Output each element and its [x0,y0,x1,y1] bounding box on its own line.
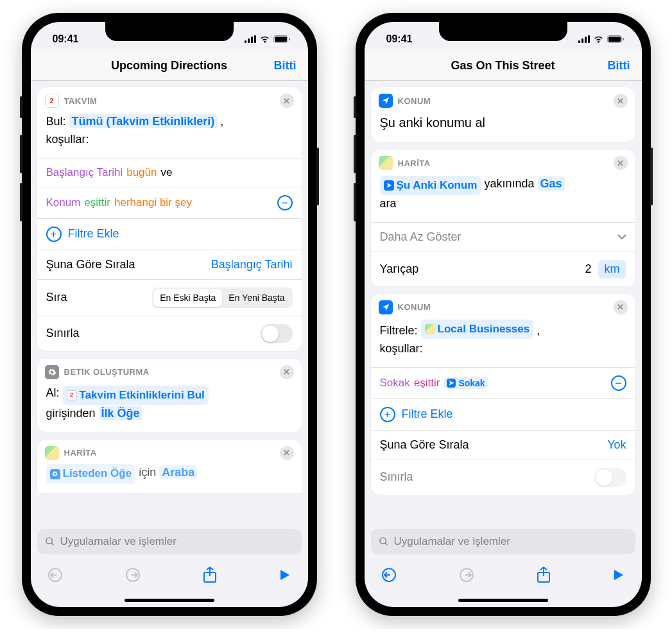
svg-rect-17 [608,37,621,42]
power-button[interactable] [650,148,653,205]
sort-by-value[interactable]: Yok [607,438,626,452]
find-token[interactable]: Tümü (Takvim Etkinlikleri) [69,114,218,128]
remove-filter-button[interactable]: − [277,195,293,210]
share-button[interactable] [203,567,217,583]
show-less-row[interactable]: Daha Az Göster [371,222,635,252]
volume-down-button[interactable] [20,183,22,221]
toolbar [365,560,642,593]
run-button[interactable] [613,569,625,581]
svg-rect-6 [289,38,290,40]
editor-scroll[interactable]: 2 TAKVİM ✕ Bul: Tümü (Takvim Etkinlikler… [31,81,308,526]
redo-button[interactable] [459,567,474,583]
undo-button[interactable] [381,567,397,583]
svg-rect-0 [245,40,246,43]
svg-point-19 [380,538,386,544]
home-indicator[interactable] [365,593,642,607]
volume-up-button[interactable] [20,135,22,173]
action-card-filter-location: KONUM ✕ Filtrele: Local Businesses , koş… [371,294,635,495]
radius-value[interactable]: 2 [585,262,591,276]
transport-token[interactable]: Araba [159,465,197,479]
variable-token-calendar-events[interactable]: 2Takvim Etkinliklerini Bul [63,386,209,405]
done-button[interactable]: Bitti [608,59,630,73]
sort-by-value[interactable]: Başlangıç Tarihi [211,258,293,271]
action-card-maps-search: HARİTA ✕ ➤Şu Anki Konum yakınında Gas ar… [371,150,635,286]
limit-row[interactable]: Sınırla [37,316,302,351]
variable-token-current-location[interactable]: ➤Şu Anki Konum [380,176,481,195]
home-indicator[interactable] [31,593,308,607]
fade-overlay [31,501,308,526]
location-icon [379,300,393,314]
done-button[interactable]: Bitti [274,59,297,73]
close-icon[interactable]: ✕ [280,446,294,460]
toolbar [31,560,308,593]
action-card-maps-peek: HARİTA ✕ ⚙Listeden Öğe için Araba [37,440,302,493]
status-time: 09:41 [49,28,79,45]
action-search-input[interactable]: Uygulamalar ve işlemler [37,529,302,554]
first-item-token[interactable]: İlk Öğe [99,406,142,420]
search-term-token[interactable]: Gas [538,176,565,191]
action-card-scripting: BETİK OLUŞTURMA ✕ Al: 2Takvim Etkinlikle… [37,359,302,432]
action-search-input[interactable]: Uygulamalar ve işlemler [371,529,635,554]
card-sentence: ➤Şu Anki Konum yakınında Gas ara [371,170,635,222]
close-icon[interactable]: ✕ [614,300,628,314]
undo-button[interactable] [47,567,63,583]
close-icon[interactable]: ✕ [614,156,628,170]
svg-rect-2 [251,37,253,43]
card-header-label: TAKVİM [64,96,98,106]
status-time: 09:41 [383,28,413,45]
svg-point-7 [46,538,52,544]
maps-icon [45,446,59,460]
radius-row[interactable]: Yarıçap 2 km [371,252,635,286]
close-icon[interactable]: ✕ [614,94,628,108]
wifi-icon [593,35,604,43]
add-filter-button[interactable]: + Filtre Ekle [37,218,302,250]
card-sentence: ⚙Listeden Öğe için Araba [37,460,302,493]
filter-row-1[interactable]: Başlangıç Tarihi bugün ve [37,158,302,187]
nav-bar: Upcoming Directions Bitti [31,51,308,81]
card-sentence: Filtrele: Local Businesses , koşullar: [371,314,635,367]
power-button[interactable] [316,148,319,205]
redo-button[interactable] [125,567,141,583]
svg-rect-14 [585,37,587,43]
cellular-icon [245,35,256,43]
variable-token-list-item[interactable]: ⚙Listeden Öğe [46,464,136,483]
seg-oldest[interactable]: En Eski Başta [153,289,222,307]
svg-rect-12 [578,40,580,43]
order-segmented[interactable]: En Eski Başta En Yeni Başta [152,287,292,308]
limit-row-peek[interactable]: Sınırla [371,459,635,495]
screen-left: 09:41 Upcoming Directions Bitti 2 TAKVİM… [31,22,308,607]
variable-token-street[interactable]: ➤Sokak [444,377,488,389]
wifi-icon [259,35,270,43]
card-header-label: HARİTA [398,158,431,168]
mute-switch[interactable] [20,96,22,118]
location-icon [379,94,393,108]
svg-rect-18 [623,38,624,40]
sort-by-row[interactable]: Şuna Göre Sırala Başlangıç Tarihi [37,250,302,279]
radius-unit[interactable]: km [598,260,626,278]
seg-newest[interactable]: En Yeni Başta [222,289,291,307]
close-icon[interactable]: ✕ [280,365,294,379]
limit-toggle[interactable] [261,324,293,343]
limit-toggle[interactable] [594,468,626,487]
editor-scroll[interactable]: KONUM ✕ Şu anki konumu al HARİTA ✕ ➤Şu A… [365,81,642,526]
filter-row-street[interactable]: Sokak eşittir ➤Sokak − [371,367,635,398]
order-row[interactable]: Sıra En Eski Başta En Yeni Başta [37,279,302,316]
plus-icon: + [46,227,62,242]
filter-row-2[interactable]: Konum eşittir herhangi bir şey − [37,187,302,218]
sort-by-row[interactable]: Şuna Göre Sırala Yok [371,430,635,459]
battery-icon [273,35,290,43]
add-filter-button[interactable]: + Filtre Ekle [371,398,635,430]
close-icon[interactable]: ✕ [280,94,294,108]
variable-token-local-businesses[interactable]: Local Businesses [421,320,534,339]
mute-switch[interactable] [354,96,356,118]
status-icons [578,30,624,43]
share-button[interactable] [537,567,551,583]
svg-rect-13 [582,39,583,43]
card-sentence: Bul: Tümü (Takvim Etkinlikleri) , koşull… [37,108,302,158]
remove-filter-button[interactable]: − [611,375,626,391]
card-sentence: Al: 2Takvim Etkinliklerini Bul girişinde… [37,379,302,432]
run-button[interactable] [279,569,291,581]
notch [105,22,234,41]
volume-up-button[interactable] [354,135,356,173]
volume-down-button[interactable] [354,183,356,221]
